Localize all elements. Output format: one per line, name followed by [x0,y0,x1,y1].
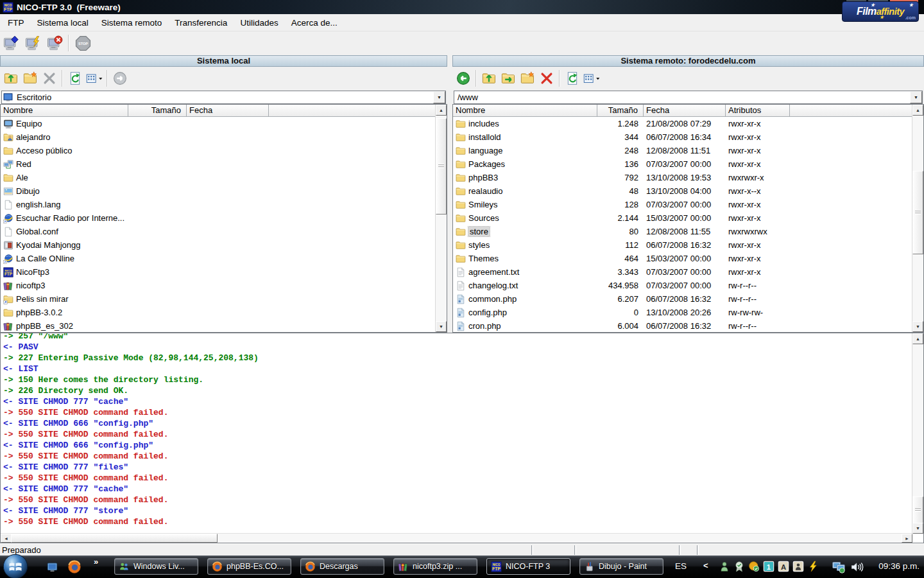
quick-launch-overflow-button[interactable]: » [94,557,98,566]
transfer-button[interactable] [110,69,130,88]
file-row[interactable]: Sources2.14415/03/2007 00:00rwxr-xr-x [453,211,923,225]
file-row[interactable]: installold34406/07/2008 16:34rwxr-xr-x [453,130,923,144]
local-path-dropdown-button[interactable] [433,91,445,103]
column-header-atributos[interactable]: Atributos [726,105,790,117]
file-row[interactable]: Kyodai Mahjongg [1,238,447,252]
file-row[interactable]: changelog.txt434.95807/03/2007 00:00rw-r… [453,279,923,292]
file-row[interactable]: language24812/08/2008 11:51rwxr-xr-x [453,144,923,157]
clock[interactable]: 09:36 p.m. [878,561,920,571]
file-row[interactable]: realaudio4813/10/2008 04:00rwxr-x--x [453,184,923,198]
task-button-phpbb-es-co-[interactable]: phpBB-Es.CO... [207,558,291,575]
quick-connect-button[interactable] [22,33,44,53]
file-row[interactable]: english.lang [1,198,447,211]
local-scrollbar[interactable] [435,105,447,332]
file-row[interactable]: Red [1,157,447,171]
parent-folder-button[interactable] [479,69,499,88]
scroll-up-icon[interactable] [912,105,923,116]
show-desktop-icon[interactable] [46,561,58,574]
task-button-nicoftp3-zip-[interactable]: nicoftp3.zip ... [393,558,477,575]
connect-button[interactable] [0,33,22,53]
titlebar[interactable]: NICO-FTP 3.0 (Freeware) [0,0,924,14]
file-row[interactable]: config.php013/10/2008 20:26rw-rw-rw- [453,306,923,319]
delete-red-button[interactable] [537,69,556,88]
file-row[interactable]: Equipo [1,117,447,130]
scroll-right-icon[interactable] [902,534,912,543]
menu-item-sistema-remoto[interactable]: Sistema remoto [95,15,169,30]
column-header-tamaño[interactable]: Tamaño [597,105,644,117]
file-row[interactable]: styles11206/07/2008 16:32rwxr-xr-x [453,238,923,252]
file-row[interactable]: cron.php6.00406/07/2008 16:32rw-r--r-- [453,319,923,333]
remote-scrollbar[interactable] [912,105,923,332]
file-row[interactable]: Themes46415/03/2007 00:00rwxr-xr-x [453,252,923,265]
file-row[interactable]: phpBB379213/10/2008 19:53rwxrwxr-x [453,171,923,184]
scroll-down-icon[interactable] [436,321,447,332]
refresh-button[interactable] [563,69,582,88]
firefox-icon[interactable] [67,560,81,574]
tuneup-icon[interactable] [807,561,819,572]
file-row[interactable]: Global.conf [1,225,447,238]
scroll-thumb[interactable] [912,171,923,254]
task-button-dibujo-paint[interactable]: Dibujo - Paint [579,558,663,575]
local-path-combobox[interactable]: Escritorio [1,91,446,104]
ftp-log[interactable]: -> 257 "/www"<- PASV-> 227 Entering Pass… [0,333,924,543]
stop-button[interactable] [72,33,94,53]
scroll-thumb[interactable] [11,534,218,543]
file-row[interactable]: NicoFtp3 [1,265,447,279]
menu-item-sistema-local[interactable]: Sistema local [31,15,95,30]
disconnect-button[interactable] [44,33,65,53]
file-row[interactable]: alejandro [1,130,447,144]
file-row[interactable]: includes1.24821/08/2008 07:29rwxr-xr-x [453,117,923,130]
badge-icon[interactable] [733,561,745,572]
menu-item-ftp[interactable]: FTP [1,15,31,30]
volume-icon[interactable] [850,561,864,574]
column-header-nombre[interactable]: Nombre [1,105,128,117]
task-button-windows-liv-[interactable]: Windows Liv... [114,558,198,575]
scroll-thumb[interactable] [912,496,923,523]
file-row[interactable]: store8012/08/2008 11:55rwxrwxrwx [453,225,923,238]
parent-folder-button[interactable] [1,69,21,88]
file-row[interactable]: Acceso público [1,144,447,157]
scroll-thumb[interactable] [436,118,447,215]
input-1-icon[interactable] [763,561,774,572]
new-folder-button[interactable] [21,69,40,88]
scroll-down-icon[interactable] [912,321,923,332]
file-row[interactable]: common.php6.20706/07/2008 16:32rw-r--r-- [453,292,923,306]
file-row[interactable]: phpBB-3.0.2 [1,306,447,319]
presence-icon[interactable] [719,561,730,572]
menu-item-utilidades[interactable]: Utilidades [234,15,284,30]
file-row[interactable]: agreement.txt3.34307/03/2007 00:00rwxr-x… [453,265,923,279]
menu-item-acerca-de-[interactable]: Acerca de... [285,15,344,30]
log-scrollbar[interactable] [912,333,923,534]
scroll-up-icon[interactable] [912,333,923,344]
file-row[interactable]: Packages13607/03/2007 00:00rwxr-xr-x [453,157,923,171]
goto-folder-button[interactable] [499,69,518,88]
file-row[interactable]: La Calle ONline [1,252,447,265]
remote-path-dropdown-button[interactable] [910,91,922,103]
back-button[interactable] [454,69,473,88]
views-button[interactable] [85,69,104,88]
delete-button[interactable] [40,69,59,88]
scroll-up-icon[interactable] [436,105,447,116]
network-tray-icon[interactable] [832,560,846,574]
scroll-down-icon[interactable] [912,523,923,534]
input-a-icon[interactable] [778,561,789,572]
log-hscrollbar[interactable] [1,533,912,543]
new-folder-button[interactable] [518,69,537,88]
file-row[interactable]: Escuchar Radio por Interne... [1,211,447,225]
file-row[interactable]: nicoftp3 [1,279,447,292]
scroll-left-icon[interactable] [1,534,12,543]
language-indicator[interactable]: ES [675,561,687,571]
file-row[interactable]: Ale [1,171,447,184]
start-button[interactable] [3,554,28,578]
remote-path-combobox[interactable]: /www [454,91,923,104]
task-button-nico-ftp-3[interactable]: NICO-FTP 3 [486,558,570,575]
file-row[interactable]: phpBB_es_302 [1,319,447,333]
column-header-fecha[interactable]: Fecha [644,105,726,117]
tray-collapse-button[interactable]: < [703,561,708,570]
file-row[interactable]: Smileys12807/03/2007 00:00rwxr-xr-x [453,198,923,211]
task-button-descargas[interactable]: Descargas [300,558,384,575]
column-header-fecha[interactable]: Fecha [187,105,269,117]
refresh-button[interactable] [65,69,85,88]
menu-item-transferencia[interactable]: Transferencia [168,15,234,30]
file-row[interactable]: Pelis sin mirar [1,292,447,306]
